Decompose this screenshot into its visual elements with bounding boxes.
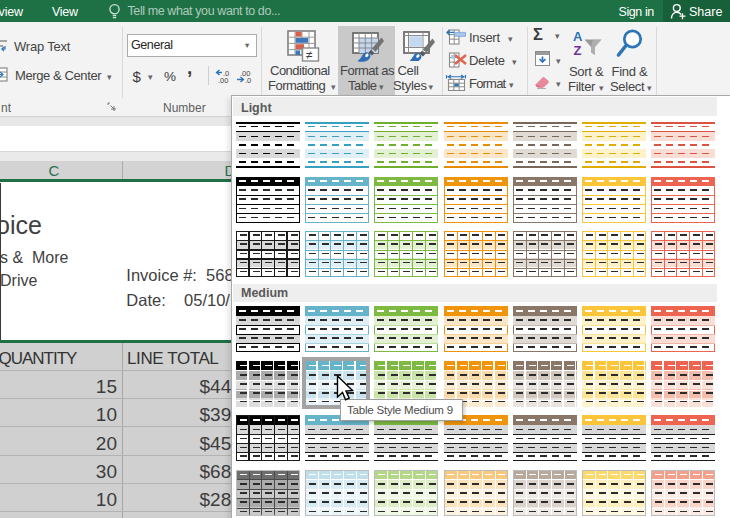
svg-text:.0: .0 [245,76,251,84]
svg-text:.00: .00 [218,76,228,84]
svg-text:≠: ≠ [306,48,313,62]
